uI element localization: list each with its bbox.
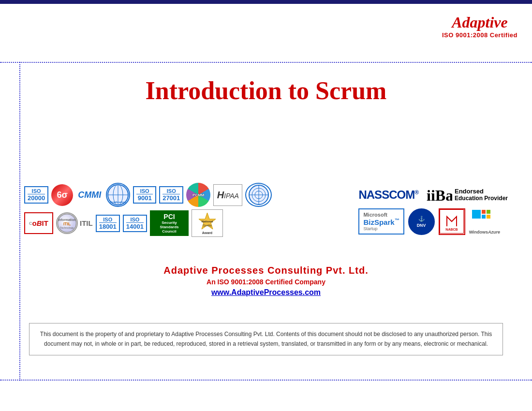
logos-row-1: ISO 20000 6σ CMMI Application <box>24 183 344 207</box>
company-section: Adaptive Processes Consulting Pvt. Ltd. … <box>0 265 532 297</box>
iso-9001-logo: ISO 9001 <box>133 186 156 204</box>
disclaimer-section: This document is the property of and pro… <box>29 323 503 355</box>
iiba-education-text: Education Provider <box>455 195 508 202</box>
svg-text:DNV: DNV <box>417 223 426 228</box>
cobit-logo: CoBIT <box>24 212 53 234</box>
main-content: Adaptive ISO 9001:2008 Certified Introdu… <box>0 4 532 407</box>
six-sigma-logo: 6σ <box>51 184 73 206</box>
svg-text:ITIL: ITIL <box>63 221 71 226</box>
svg-rect-24 <box>482 210 486 214</box>
nasscom-iiba-row: NASSCOM® iiBa Endorsed Education Provide… <box>358 185 508 205</box>
top-divider <box>0 62 532 63</box>
pcmm-logo: PCMM <box>186 183 210 207</box>
svg-point-18 <box>410 210 433 233</box>
svg-rect-23 <box>472 210 481 219</box>
globe-cert-logo: Application <box>106 183 130 207</box>
cmmi-logo: CMMI <box>76 190 103 200</box>
disclaimer-text: This document is the property of and pro… <box>39 329 493 349</box>
svg-text:National: National <box>202 220 213 223</box>
bottom-divider <box>0 380 532 381</box>
top-bar <box>0 0 532 4</box>
iso-18001-logo: ISO 18001 <box>96 215 120 232</box>
svg-text:iiBa: iiBa <box>427 187 452 204</box>
windows-azure-logo: WindowsAzure <box>469 209 500 235</box>
hipaa-logo: HIPAA <box>213 184 242 206</box>
svg-text:⚓: ⚓ <box>418 215 425 221</box>
pci-logo: PCI Security Standards Council <box>150 210 189 236</box>
brand-name: Adaptive <box>442 14 517 31</box>
bizspark-logo: Microsoft BizSpark™ Startup <box>358 208 404 235</box>
company-name: Adaptive Processes Consulting Pvt. Ltd. <box>0 265 532 276</box>
national-quality-logo: National Quality Award <box>192 209 223 237</box>
brand-logo-area: Adaptive ISO 9001:2008 Certified <box>442 14 517 39</box>
iso-14001-logo: ISO 14001 <box>123 215 147 232</box>
svg-rect-26 <box>482 215 486 219</box>
logos-right: NASSCOM® iiBa Endorsed Education Provide… <box>358 185 508 235</box>
svg-text:NABCB: NABCB <box>446 228 458 231</box>
itil-logo: Information ITIL Technology ITIL <box>56 212 93 234</box>
svg-rect-27 <box>487 215 490 219</box>
network-cert-logo <box>245 183 272 207</box>
bizspark-dnv-row: Microsoft BizSpark™ Startup ⚓ DNV <box>358 208 508 235</box>
nasscom-logo: NASSCOM® <box>358 188 418 202</box>
svg-text:Quality: Quality <box>203 224 212 227</box>
svg-text:Application: Application <box>110 201 126 204</box>
iiba-logo: iiBa Endorsed Education Provider <box>426 185 508 205</box>
nabcb-logo: NABCB <box>439 208 465 235</box>
main-title: Introduction to Scrum <box>0 76 532 105</box>
svg-text:Technology: Technology <box>60 226 74 229</box>
iiba-endorsed-text: Endorsed <box>455 188 508 195</box>
logos-row-2: CoBIT Information <box>24 209 344 237</box>
certification-text: ISO 9001:2008 Certified <box>442 31 517 39</box>
iso-20000-logo: ISO 20000 <box>24 186 48 204</box>
nasscom-text: NASSCOM® <box>358 188 418 201</box>
left-divider <box>19 62 20 381</box>
logos-left: ISO 20000 6σ CMMI Application <box>24 183 344 237</box>
azure-text: WindowsAzure <box>469 230 500 235</box>
company-iso: An ISO 9001:2008 Certified Company <box>0 278 532 286</box>
iso-27001-logo: ISO 27001 <box>159 186 183 204</box>
logos-section: ISO 20000 6σ CMMI Application <box>24 183 508 237</box>
company-url[interactable]: www.AdaptiveProcesses.com <box>0 288 532 297</box>
dnv-logo: ⚓ DNV <box>408 208 435 235</box>
title-section: Introduction to Scrum <box>0 76 532 105</box>
svg-rect-25 <box>487 210 490 214</box>
